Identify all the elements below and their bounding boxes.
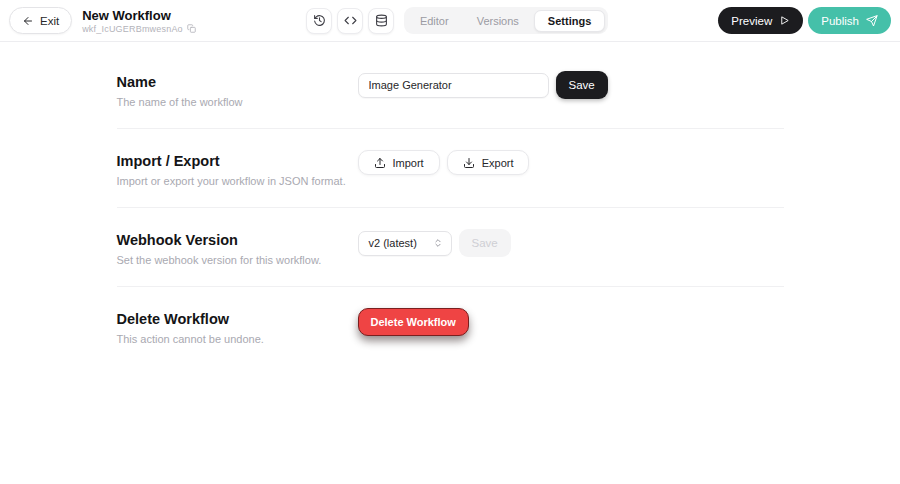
play-icon (779, 15, 790, 26)
section-import-export: Import / Export Import or export your wo… (117, 129, 784, 208)
header-left: Exit New Workflow wkf_IcUGERBmwesnAo (9, 7, 196, 34)
view-tabs: Editor Versions Settings (404, 7, 607, 34)
download-icon (463, 157, 475, 169)
tab-versions[interactable]: Versions (464, 10, 532, 32)
import-export-description: Import or export your workflow in JSON f… (117, 174, 358, 188)
preview-label: Preview (731, 15, 772, 27)
import-button[interactable]: Import (358, 150, 440, 175)
history-button[interactable] (306, 8, 332, 34)
delete-workflow-button[interactable]: Delete Workflow (358, 308, 469, 336)
section-delete-workflow: Delete Workflow This action cannot be un… (117, 287, 784, 365)
section-webhook-version: Webhook Version Set the webhook version … (117, 208, 784, 287)
header-center: Editor Versions Settings (306, 7, 607, 34)
chevrons-up-down-icon (433, 238, 443, 248)
webhook-version-select[interactable]: v2 (latest) (358, 231, 452, 256)
name-section-title: Name (117, 73, 358, 91)
import-label: Import (393, 157, 424, 169)
workflow-name-input[interactable] (358, 73, 549, 98)
settings-panel: Name The name of the workflow Save Impor… (117, 42, 784, 365)
send-icon (866, 15, 878, 27)
header-right: Preview Publish (718, 7, 891, 34)
workflow-title-block: New Workflow wkf_IcUGERBmwesnAo (82, 8, 196, 34)
top-bar: Exit New Workflow wkf_IcUGERBmwesnAo (0, 0, 900, 42)
page-title: New Workflow (82, 8, 196, 23)
exit-button[interactable]: Exit (9, 7, 72, 34)
name-save-button[interactable]: Save (556, 71, 608, 99)
webhook-save-button[interactable]: Save (459, 229, 511, 257)
history-icon (313, 14, 326, 27)
copy-icon[interactable] (187, 24, 196, 33)
exit-label: Exit (40, 15, 59, 27)
code-icon (344, 14, 357, 27)
tab-settings[interactable]: Settings (534, 10, 605, 32)
code-button[interactable] (337, 8, 363, 34)
name-section-description: The name of the workflow (117, 95, 358, 109)
arrow-left-icon (22, 15, 34, 27)
export-button[interactable]: Export (447, 150, 530, 175)
database-button[interactable] (368, 8, 394, 34)
delete-section-title: Delete Workflow (117, 310, 358, 328)
delete-section-description: This action cannot be undone. (117, 332, 358, 346)
database-icon (375, 14, 388, 27)
import-export-title: Import / Export (117, 152, 358, 170)
section-name: Name The name of the workflow Save (117, 42, 784, 129)
workflow-id: wkf_IcUGERBmwesnAo (82, 24, 183, 34)
publish-button[interactable]: Publish (808, 7, 891, 34)
webhook-version-value: v2 (latest) (369, 237, 417, 249)
preview-button[interactable]: Preview (718, 7, 803, 34)
webhook-version-title: Webhook Version (117, 231, 358, 249)
publish-label: Publish (821, 15, 859, 27)
tab-editor[interactable]: Editor (407, 10, 462, 32)
export-label: Export (482, 157, 514, 169)
upload-icon (374, 157, 386, 169)
webhook-version-description: Set the webhook version for this workflo… (117, 253, 358, 267)
